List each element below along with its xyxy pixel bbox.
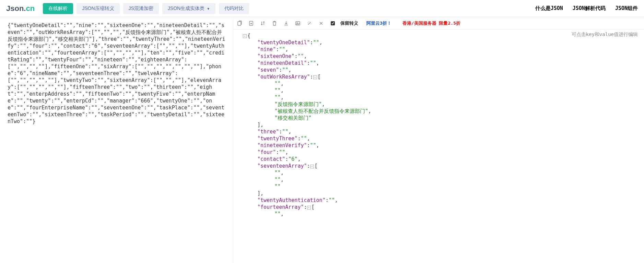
- nav-gen-entity-button[interactable]: JSON生成实体类▼: [162, 3, 215, 14]
- tree-array-open[interactable]: "outWorkResArray":-[: [237, 73, 641, 80]
- collapse-toggle[interactable]: -: [310, 165, 314, 168]
- logo-text-json: Json: [6, 4, 24, 13]
- main-split: {"twentyOneDetail":"","nine":"","sixteen…: [0, 17, 644, 263]
- wand-icon[interactable]: [307, 21, 312, 26]
- promo-aliyun[interactable]: 阿里云3折！: [366, 20, 391, 26]
- tree-array-item[interactable]: "": [237, 183, 641, 190]
- tree-array-open[interactable]: "fourteenArray":-[: [237, 204, 641, 211]
- tree-kv[interactable]: "three":"",: [237, 128, 641, 135]
- copy-icon[interactable]: [237, 21, 242, 26]
- logo[interactable]: Json.cn: [6, 4, 35, 13]
- tree-array-close: ],: [237, 121, 641, 128]
- tree-array-item[interactable]: "",: [237, 211, 641, 217]
- tree-array-close: ],: [237, 190, 641, 197]
- export-icon[interactable]: [248, 21, 254, 26]
- json-tree[interactable]: -{"twentyOneDetail":"","nine":"","sixtee…: [233, 29, 644, 220]
- link-json-widget[interactable]: JSON组件: [615, 5, 638, 12]
- tree-kv[interactable]: "twentyThree":"",: [237, 135, 641, 142]
- trash-icon[interactable]: [272, 21, 277, 26]
- collapse-toggle[interactable]: -: [307, 206, 311, 210]
- chevron-down-icon: ▼: [207, 7, 210, 11]
- tree-kv[interactable]: "seven":"",: [237, 67, 641, 73]
- sort-icon[interactable]: [260, 21, 266, 26]
- link-what-is-json[interactable]: 什么是JSON: [535, 5, 563, 12]
- tree-kv[interactable]: "twentyAuthentication":"",: [237, 197, 641, 204]
- tree-kv[interactable]: "four":"",: [237, 149, 641, 156]
- tree-wrap: 可点击key和value值进行编辑 -{"twentyOneDetail":""…: [233, 29, 644, 263]
- tree-array-item[interactable]: "反馈指令来源部门",: [237, 101, 641, 108]
- tree-kv[interactable]: "contact":"6",: [237, 156, 641, 163]
- logo-text-cn: cn: [26, 4, 35, 13]
- promo-hk-us[interactable]: 香港/美国服务器 限量2.5折: [402, 20, 460, 26]
- nav-diff-button[interactable]: 代码对比: [219, 3, 249, 14]
- svg-rect-0: [238, 22, 241, 25]
- keep-escape-label: 保留转义: [340, 20, 358, 26]
- tree-array-item[interactable]: "",: [237, 94, 641, 101]
- parsed-panel: 保留转义 阿里云3折！ 香港/美国服务器 限量2.5折 可点击key和value…: [233, 17, 644, 263]
- tree-array-item[interactable]: "",: [237, 176, 641, 183]
- collapse-toggle[interactable]: -: [313, 75, 317, 79]
- raw-json-input[interactable]: {"twentyOneDetail":"","nine":"","sixteen…: [0, 17, 233, 263]
- tree-array-item[interactable]: "",: [237, 87, 641, 94]
- link-parse-code[interactable]: JSON解析代码: [573, 5, 606, 12]
- close-icon[interactable]: [318, 21, 324, 26]
- checkbox-icon[interactable]: [330, 21, 336, 26]
- collapse-toggle[interactable]: -: [243, 34, 247, 38]
- tree-array-item[interactable]: "",: [237, 169, 641, 176]
- top-header: Json.cn 在线解析 JSON压缩转义 JS混淆加密 JSON生成实体类▼ …: [0, 0, 644, 17]
- image-icon[interactable]: [295, 21, 301, 26]
- tree-array-item[interactable]: "移交相关部门": [237, 115, 641, 121]
- tree-kv[interactable]: "nine":"",: [237, 46, 641, 53]
- nav-jsobfus-button[interactable]: JS混淆加密: [123, 3, 159, 14]
- result-toolbar: 保留转义 阿里云3折！ 香港/美国服务器 限量2.5折: [233, 17, 644, 29]
- tree-array-item[interactable]: "",: [237, 80, 641, 87]
- tree-kv[interactable]: "nineteenDetail":"",: [237, 60, 641, 67]
- nav-parse-online-button[interactable]: 在线解析: [43, 3, 73, 14]
- tree-kv[interactable]: "nineteenVerify":"",: [237, 142, 641, 149]
- tree-array-item[interactable]: "被核查人拒不配合并反馈指令来源部门",: [237, 108, 641, 115]
- nav-gen-entity-label: JSON生成实体类: [168, 5, 204, 11]
- tree-kv[interactable]: "twentyOneDetail":"",: [237, 39, 641, 46]
- svg-point-3: [297, 23, 297, 23]
- tree-kv[interactable]: "sixteenOne":"",: [237, 53, 641, 60]
- edit-hint: 可点击key和value值进行编辑: [572, 32, 638, 38]
- tree-array-open[interactable]: "seventeenArray":-[: [237, 163, 641, 169]
- download-icon[interactable]: [283, 21, 289, 26]
- nav-compress-button[interactable]: JSON压缩转义: [77, 3, 119, 14]
